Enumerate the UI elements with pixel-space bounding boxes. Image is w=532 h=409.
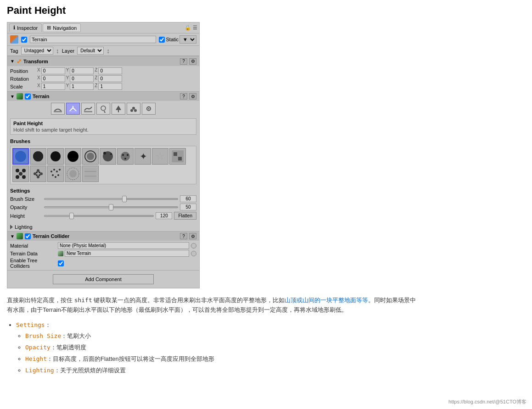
- brush-item-12[interactable]: [47, 166, 64, 182]
- brush-item-10[interactable]: [12, 166, 29, 182]
- transform-controls: ? ⚙: [180, 58, 196, 65]
- pos-y-input[interactable]: [70, 67, 94, 74]
- svg-point-48: [52, 174, 54, 176]
- rotation-label: Rotation: [10, 76, 35, 82]
- brush-size-slider-container: [44, 198, 178, 200]
- brush-size-thumb[interactable]: [122, 196, 127, 202]
- terrain-place-trees-tool[interactable]: [112, 103, 125, 115]
- terrain-paint-height-tool[interactable]: [66, 103, 80, 115]
- object-enabled-checkbox[interactable]: [21, 37, 27, 43]
- collider-controls: ? ⚙: [180, 233, 196, 239]
- terrain-collider-title: Terrain Collider: [33, 233, 178, 239]
- inspector-panel: ℹ Inspector ⊞ Navigation 🔒 ☰ Static ▼ Ta…: [7, 22, 200, 288]
- brush-size-term: Brush Size: [25, 332, 61, 339]
- shift-code: shift: [74, 297, 92, 304]
- transform-settings-button[interactable]: ⚙: [189, 58, 196, 65]
- brush-item-1[interactable]: [30, 148, 46, 165]
- brush-item-3[interactable]: [65, 148, 81, 165]
- collider-collapse-icon: ▼: [10, 234, 15, 239]
- height-value[interactable]: [156, 212, 172, 219]
- tree-colliders-checkbox[interactable]: [58, 260, 64, 266]
- material-row: Material: [10, 242, 196, 249]
- collider-settings-button[interactable]: ⚙: [189, 233, 196, 239]
- terrain-data-picker-dot[interactable]: [191, 251, 196, 256]
- scale-y-input[interactable]: [70, 83, 94, 90]
- height-item: Height：目标高度，后面的Flatten按钮可以将这一高度应用到全部地形: [25, 354, 420, 364]
- svg-point-38: [40, 172, 43, 175]
- svg-marker-5: [116, 105, 121, 110]
- brushes-section: Brushes: [7, 137, 199, 186]
- transform-fields: Position X Y Z Rotation X Y Z: [7, 66, 199, 91]
- brush-item-6[interactable]: [117, 148, 134, 165]
- opacity-thumb[interactable]: [109, 204, 113, 210]
- brush-item-14[interactable]: [82, 166, 99, 182]
- lock-button[interactable]: 🔒: [185, 25, 191, 31]
- terrain-data-label: Terrain Data: [10, 251, 56, 256]
- collapse-icon: ▼: [10, 59, 15, 64]
- brush-size-value[interactable]: [180, 195, 196, 202]
- terrain-paint-details-tool[interactable]: [127, 103, 140, 115]
- material-picker-dot[interactable]: [191, 243, 196, 249]
- height-thumb[interactable]: [69, 213, 74, 219]
- static-checkbox[interactable]: [159, 37, 165, 43]
- pos-z-input[interactable]: [98, 67, 122, 74]
- rotation-row: Rotation X Y Z: [10, 75, 196, 82]
- terrain-toolbar: [7, 101, 199, 116]
- tab-navigation[interactable]: ⊞ Navigation: [43, 23, 81, 32]
- tab-bar: ℹ Inspector ⊞ Navigation 🔒 ☰: [7, 22, 199, 33]
- brush-item-4[interactable]: [82, 148, 99, 165]
- svg-rect-6: [118, 110, 119, 112]
- height-term: Height: [25, 355, 47, 362]
- collider-help-button[interactable]: ?: [180, 233, 187, 239]
- tab-inspector[interactable]: ℹ Inspector: [9, 23, 42, 32]
- svg-point-47: [59, 169, 61, 171]
- svg-point-52: [69, 170, 77, 177]
- scale-z-input[interactable]: [98, 83, 122, 90]
- material-input[interactable]: [58, 242, 189, 249]
- lighting-desc: ：关于光照烘焙的详细设置: [54, 367, 126, 374]
- brush-item-9[interactable]: [169, 148, 186, 165]
- brush-item-11[interactable]: [30, 166, 46, 182]
- terrain-smooth-tool[interactable]: [81, 103, 95, 115]
- height-row: Height Flatten: [10, 212, 196, 220]
- svg-point-25: [124, 158, 126, 160]
- rot-x-input[interactable]: [41, 75, 65, 82]
- terrain-data-input[interactable]: [65, 250, 189, 257]
- brush-item-8[interactable]: ☆: [152, 148, 168, 165]
- lighting-row[interactable]: Lighting: [7, 223, 199, 231]
- terrain-raise-tool[interactable]: [51, 103, 65, 115]
- collider-enabled-checkbox[interactable]: [25, 233, 31, 239]
- terrain-paint-texture-tool[interactable]: [96, 103, 110, 115]
- terrain-settings-button[interactable]: ⚙: [189, 93, 196, 99]
- brush-item-0[interactable]: [12, 148, 29, 165]
- terrain-help-button[interactable]: ?: [180, 93, 187, 99]
- layer-select[interactable]: Default: [77, 47, 104, 55]
- transform-help-button[interactable]: ?: [180, 58, 187, 65]
- paint-height-info-box: Paint Height Hold shift to sample target…: [10, 118, 196, 135]
- terrain-enabled-checkbox[interactable]: [25, 94, 31, 99]
- object-icon: [10, 35, 18, 44]
- svg-rect-30: [178, 157, 182, 160]
- pos-x-input[interactable]: [41, 67, 65, 74]
- opacity-value[interactable]: [180, 204, 196, 210]
- brush-item-5[interactable]: [100, 148, 116, 165]
- static-dropdown[interactable]: ▼: [179, 35, 196, 44]
- rot-y-input[interactable]: [70, 75, 94, 82]
- rot-z-input[interactable]: [98, 75, 122, 82]
- flatten-button[interactable]: Flatten: [174, 212, 196, 220]
- terrain-terrain-settings-tool[interactable]: [142, 103, 156, 115]
- brush-size-track: [44, 198, 178, 200]
- terrain-component: ▼ Terrain ? ⚙: [7, 91, 199, 231]
- scale-x-input[interactable]: [41, 83, 65, 90]
- brush-item-2[interactable]: [47, 148, 64, 165]
- svg-point-40: [36, 171, 38, 173]
- menu-button[interactable]: ☰: [193, 25, 197, 31]
- tag-select[interactable]: Untagged: [21, 47, 53, 55]
- mountain-link[interactable]: 山顶或山间的一块平整地面等等: [285, 297, 368, 304]
- add-component-button[interactable]: Add Component: [53, 274, 154, 284]
- brush-item-13[interactable]: [65, 166, 81, 182]
- settings-bullet-list: Settings： Brush Size：笔刷大小 Opacity：笔刷透明度 …: [16, 321, 420, 376]
- object-name-input[interactable]: [30, 36, 156, 43]
- pos-z-label: Z: [95, 67, 97, 74]
- brush-item-7[interactable]: ✦: [134, 148, 151, 165]
